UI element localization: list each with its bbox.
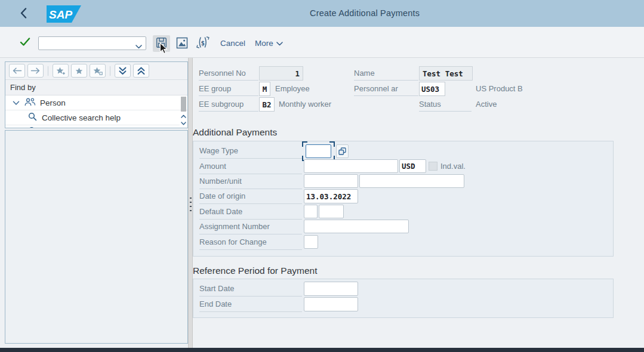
favorites-button[interactable] — [71, 64, 87, 78]
personnel-area-label: Personnel ar — [354, 82, 418, 96]
navigate-back-button[interactable] — [9, 64, 25, 78]
default-date-label-cell: Default Date — [199, 205, 302, 220]
tree-item-collective-search[interactable]: Collective search help — [5, 110, 187, 125]
chevron-down-icon[interactable] — [13, 98, 20, 107]
chevron-down-icon — [276, 36, 283, 51]
ee-group-text: Employee — [275, 82, 310, 96]
amount-label: Amount — [199, 162, 226, 171]
personnel-no-field[interactable]: 1 — [259, 66, 303, 81]
picture-icon — [176, 37, 188, 51]
scroll-down-button[interactable] — [180, 120, 187, 126]
end-date-input[interactable] — [304, 297, 358, 311]
display-button[interactable] — [175, 37, 189, 50]
scrollbar-thumb[interactable] — [181, 97, 186, 112]
tree-item-clipped[interactable]: Search Term — [5, 125, 187, 128]
start-date-label-cell: Start Date — [199, 282, 302, 297]
reason-for-change-label: Reason for Change — [199, 237, 267, 246]
ee-group-field[interactable]: M — [259, 82, 270, 96]
start-date-input[interactable] — [304, 282, 358, 296]
number-unit-label: Number/unit — [199, 177, 242, 186]
ee-subgroup-field[interactable]: B2 — [259, 97, 275, 112]
personnel-area-field[interactable]: US03 — [419, 82, 445, 96]
object-manager-toolbar — [5, 62, 187, 80]
ee-subgroup-text: Monthly worker — [279, 97, 331, 112]
chevron-down-icon[interactable] — [135, 42, 142, 51]
end-date-label: End Date — [199, 299, 232, 308]
command-input[interactable] — [40, 38, 134, 49]
collapse-all-button[interactable] — [133, 64, 149, 78]
splitter-grip — [190, 197, 192, 214]
personnel-no-label: Personnel No — [199, 66, 258, 81]
number-unit-input[interactable] — [304, 174, 358, 188]
star-delete-icon — [93, 67, 103, 75]
add-favorite-button[interactable] — [53, 64, 69, 78]
assignment-number-label-cell: Assignment Number — [199, 220, 302, 234]
bottom-edge-bar — [0, 348, 644, 352]
svg-text:$: $ — [201, 39, 205, 47]
wage-type-input[interactable] — [306, 144, 331, 158]
status-label: Status — [419, 97, 472, 112]
name-field[interactable]: Test Test — [419, 66, 473, 81]
assignment-number-input[interactable] — [304, 220, 409, 233]
system-toolbar: $ Cancel More — [0, 27, 644, 58]
enter-check-icon[interactable] — [20, 38, 30, 47]
star-icon — [75, 67, 83, 75]
toolbar-separator — [110, 66, 110, 76]
more-button-label: More — [255, 36, 273, 51]
default-date-type-input[interactable] — [304, 205, 318, 218]
object-manager-search-panel: Find by Person Colle — [5, 61, 188, 128]
date-of-origin-input[interactable] — [304, 189, 358, 203]
sap-logo: SAP — [47, 5, 81, 23]
ind-val-label: Ind.val. — [440, 159, 466, 173]
unit-input[interactable] — [359, 174, 464, 188]
expand-all-button[interactable] — [115, 64, 131, 78]
command-field[interactable] — [38, 36, 146, 50]
cancel-button[interactable]: Cancel — [220, 36, 245, 51]
object-manager-result-list[interactable] — [5, 130, 188, 344]
ee-subgroup-label: EE subgroup — [199, 97, 258, 112]
tree-node-label: Person — [40, 98, 66, 107]
search-icon — [28, 126, 37, 128]
date-of-origin-label-cell: Date of origin — [199, 189, 302, 204]
mouse-cursor — [159, 42, 168, 55]
delete-favorite-button[interactable] — [90, 64, 106, 78]
reason-for-change-label-cell: Reason for Change — [199, 235, 302, 250]
date-of-origin-label: Date of origin — [199, 192, 245, 200]
status-text: Active — [476, 97, 497, 112]
more-button[interactable]: More — [255, 36, 283, 51]
tree-item-label: Search Term — [42, 128, 87, 129]
splitter-handle[interactable] — [188, 58, 193, 348]
toolbar-separator — [48, 66, 48, 76]
additional-payments-title: Additional Payments — [193, 127, 277, 138]
amount-label-cell: Amount — [199, 159, 302, 174]
ind-val-checkbox — [429, 162, 437, 171]
person-group-icon — [24, 98, 36, 108]
svg-text:SAP: SAP — [49, 8, 72, 21]
double-chevron-down-icon — [118, 67, 127, 75]
number-unit-label-cell: Number/unit — [199, 174, 302, 189]
sap-window: SAP Create Additional Payments — [0, 0, 644, 352]
reference-period-group: Start Date End Date — [193, 279, 614, 318]
end-date-label-cell: End Date — [199, 297, 302, 312]
page-title: Create Additional Payments — [310, 8, 420, 18]
amount-input[interactable] — [304, 159, 398, 173]
value-help-button[interactable] — [336, 144, 349, 158]
star-plus-icon — [56, 67, 66, 75]
tree-item-label: Collective search help — [42, 113, 121, 122]
navigate-forward-button[interactable] — [27, 64, 44, 78]
reason-for-change-input[interactable] — [304, 235, 318, 249]
default-date-input[interactable] — [319, 205, 344, 218]
scroll-up-button[interactable] — [180, 113, 187, 119]
tree-node-person[interactable]: Person — [5, 95, 187, 110]
arrow-right-icon — [30, 67, 41, 74]
currency-input[interactable] — [399, 159, 426, 173]
wage-type-label: Wage Type — [199, 146, 238, 155]
start-date-label: Start Date — [199, 284, 235, 293]
value-help-icon — [338, 147, 346, 155]
currency-icon: $ — [196, 36, 210, 51]
currency-conversion-button[interactable]: $ — [195, 36, 211, 50]
find-by-header: Find by — [5, 80, 187, 95]
header-bar: SAP Create Additional Payments — [0, 0, 644, 27]
back-icon[interactable] — [20, 8, 29, 18]
additional-payments-group: Wage Type Amount Ind.val. Number/unit Da… — [193, 141, 614, 257]
